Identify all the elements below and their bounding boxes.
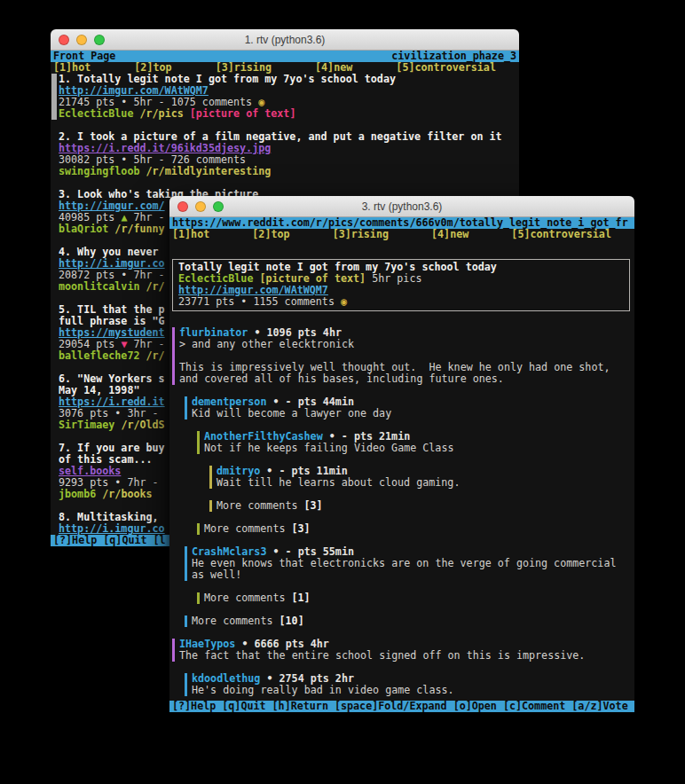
meta-text	[184, 107, 190, 120]
comment-row[interactable]: The fact that the entire school signed o…	[169, 650, 634, 662]
username-link[interactable]: swingingfloob	[59, 165, 139, 177]
comment-author-link[interactable]: AnotherFilthyCashew	[204, 430, 323, 443]
meta-text	[253, 272, 259, 285]
post-title: 4. Why you never	[59, 246, 159, 258]
minimize-button[interactable]	[76, 35, 87, 45]
zoom-button[interactable]	[94, 35, 105, 45]
post-url-link[interactable]: https://i.redd.it	[59, 396, 165, 408]
comment-row[interactable]: Wait till he learns about cloud gaming.	[169, 477, 634, 489]
subreddit-link[interactable]: /r/pics	[140, 107, 184, 120]
comment-row[interactable]: Not if he keeps failing Video Game Class	[169, 443, 634, 454]
meta-text	[139, 349, 146, 362]
comment-meta: • - pts 55min	[266, 545, 354, 558]
blank-row	[169, 604, 634, 615]
username-link[interactable]: ballefleche72	[59, 349, 139, 362]
post-row[interactable]: EclecticBlue /r/pics [picture of text]	[51, 108, 519, 120]
comment-body-text: More comments	[204, 592, 292, 604]
comment-author-link[interactable]: dementperson	[192, 396, 266, 408]
tab-2-top[interactable]: [2]top	[252, 229, 289, 240]
comment-depth-bar	[172, 327, 175, 339]
username-link[interactable]: EclecticBlue	[178, 272, 253, 285]
post-url-link[interactable]: http://i.imgur.co	[59, 522, 165, 535]
window-title: 1. rtv (python3.6)	[245, 34, 326, 46]
comment-body-text: Wait till he learns about cloud gaming.	[217, 476, 460, 489]
comment-row[interactable]: He's doing really bad in video game clas…	[169, 685, 634, 696]
submission-box-line: 23771 pts • 1155 comments ◉	[178, 296, 629, 308]
more-comments-row[interactable]: More comments [3]	[169, 500, 634, 512]
zoom-button[interactable]	[213, 201, 224, 212]
subreddit-link[interactable]: /r/funny	[114, 223, 164, 235]
window-titlebar[interactable]: 1. rtv (python3.6)	[51, 29, 519, 51]
close-button[interactable]	[59, 35, 69, 45]
subreddit-link[interactable]: /r/OldS	[121, 419, 164, 431]
comment-row[interactable]: Kid will become a lawyer one day	[169, 408, 634, 419]
meta-text: 29054 pts	[59, 338, 121, 350]
subreddit-link[interactable]: /r/books	[102, 488, 152, 500]
window-comments: 3. rtv (python3.6) https://www.reddit.co…	[169, 196, 634, 712]
comment-line-text: More comments [3]	[204, 523, 311, 535]
comment-meta: • 2754 pts 2hr	[260, 672, 354, 685]
meta-text: 9293 pts • 7hr -	[59, 476, 159, 489]
sort-tabs-bar: [1]hot[2]top[3]rising[4]new[5]controvers…	[169, 229, 634, 240]
comment-depth-bar	[172, 639, 175, 650]
comment-row[interactable]: and covered all of his bases, including …	[169, 373, 634, 385]
username-link[interactable]: EclecticBlue	[59, 107, 133, 120]
close-button[interactable]	[177, 201, 188, 212]
post-url-link[interactable]: http://i.imgur.co	[59, 257, 165, 270]
comment-body-text: More comments	[192, 615, 280, 627]
post-url-visited-link[interactable]: self.books	[59, 465, 121, 477]
comment-row[interactable]: > and any other elecktronick	[169, 339, 634, 350]
tab-1-hot[interactable]: [1]hot	[172, 229, 209, 240]
more-comments-count: [10]	[280, 615, 304, 627]
tab-5-controversial[interactable]: [5]controversial	[396, 62, 496, 74]
more-comments-row[interactable]: More comments [1]	[169, 592, 634, 604]
tab-4-new[interactable]: [4]new	[431, 229, 468, 240]
post-url-link[interactable]: http://imgur.com/WAtWQM7	[178, 284, 328, 296]
post-url-visited-link[interactable]: https://i.redd.it/96ikd35djesy.jpg	[59, 142, 271, 154]
meta-text: 21745 pts • 5hr - 1075 comments	[59, 96, 258, 108]
post-url-link[interactable]: http://imgur.com/WAtWQM7	[59, 84, 209, 97]
blank-row	[169, 535, 634, 546]
post-row[interactable]: swingingfloob /r/mildlyinteresting	[51, 166, 519, 177]
comment-author-link[interactable]: kdoodlethug	[192, 672, 260, 685]
comment-author-link[interactable]: flurbinator	[179, 326, 248, 339]
comment-depth-bar	[197, 592, 200, 604]
comment-line-text: > and any other elecktronick	[179, 339, 354, 350]
comment-row[interactable]: as well!	[169, 569, 634, 581]
more-comments-row[interactable]: More comments [10]	[169, 615, 634, 627]
comment-meta: • - pts 21min	[323, 430, 411, 443]
subreddit-link[interactable]: /r/	[146, 280, 165, 293]
flair-tag: [picture of text]	[260, 272, 366, 285]
minimize-button[interactable]	[195, 201, 206, 212]
gilded-icon: ◉	[258, 96, 264, 108]
meta-text: 23771 pts • 1155 comments	[178, 295, 341, 308]
comment-line-text: as well!	[192, 569, 241, 581]
comment-line-text: He's doing really bad in video game clas…	[192, 685, 454, 696]
tab-3-rising[interactable]: [3]rising	[333, 229, 389, 240]
comment-author-link[interactable]: CrashMclars3	[192, 545, 266, 558]
username-link[interactable]: moonlitcalvin	[59, 280, 139, 293]
comment-author-link[interactable]: dmitryo	[217, 465, 260, 477]
submission-box[interactable]: Totally legit note I got from my 7yo's s…	[172, 259, 630, 311]
comment-body-text: and covered all of his bases, including …	[179, 372, 504, 385]
username-link[interactable]: jbomb6	[59, 488, 96, 500]
meta-text	[139, 280, 146, 293]
tab-5-controversial[interactable]: [5]controversial	[511, 229, 611, 240]
post-url-link[interactable]: https://mystudent	[59, 326, 165, 339]
username-link[interactable]: SirTimaey	[59, 419, 114, 431]
window-titlebar[interactable]: 3. rtv (python3.6)	[169, 196, 634, 217]
username-link[interactable]: blaQriot	[59, 223, 108, 235]
post-title: 2. I took a picture of a film negative, …	[59, 130, 502, 143]
meta-text: 30082 pts • 5hr - 726 comments	[59, 153, 246, 166]
blank-row	[169, 419, 634, 431]
comment-line-text: Kid will become a lawyer one day	[192, 408, 391, 419]
subreddit-link[interactable]: /r/mildlyinteresting	[146, 165, 272, 177]
status-bar: [?]Help [q]Quit [h]Return [space]Fold/Ex…	[169, 701, 634, 712]
blank-row	[169, 627, 634, 639]
comment-author-link[interactable]: IHaeTypos	[179, 638, 235, 650]
subreddit-link[interactable]: /r/	[146, 349, 165, 362]
post-url-link[interactable]: http://imgur.com/	[59, 200, 165, 212]
comment-depth-bar	[172, 362, 175, 373]
more-comments-row[interactable]: More comments [3]	[169, 523, 634, 535]
comment-depth-bar	[209, 477, 212, 489]
